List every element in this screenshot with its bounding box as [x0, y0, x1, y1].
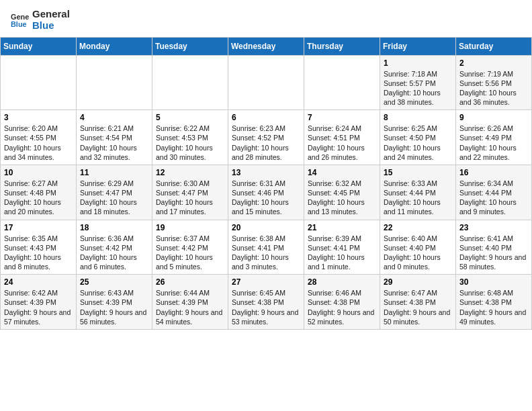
weekday-header-saturday: Saturday [456, 37, 532, 55]
calendar-cell: 17Sunrise: 6:35 AM Sunset: 4:43 PM Dayli… [1, 220, 77, 275]
page-header: General Blue General Blue [0, 0, 532, 37]
day-number: 6 [232, 113, 300, 122]
day-number: 18 [80, 223, 148, 232]
calendar-cell: 29Sunrise: 6:47 AM Sunset: 4:38 PM Dayli… [380, 275, 456, 330]
calendar-cell: 4Sunrise: 6:21 AM Sunset: 4:54 PM Daylig… [77, 110, 152, 165]
calendar-cell: 13Sunrise: 6:31 AM Sunset: 4:46 PM Dayli… [228, 165, 304, 220]
calendar-cell: 18Sunrise: 6:36 AM Sunset: 4:42 PM Dayli… [77, 220, 152, 275]
day-number: 5 [156, 113, 224, 122]
calendar-header: SundayMondayTuesdayWednesdayThursdayFrid… [1, 37, 532, 55]
weekday-header-thursday: Thursday [304, 37, 380, 55]
day-number: 7 [308, 113, 376, 122]
day-number: 21 [308, 223, 376, 232]
day-info: Sunrise: 7:19 AM Sunset: 5:56 PM Dayligh… [459, 69, 528, 107]
calendar-cell: 1Sunrise: 7:18 AM Sunset: 5:57 PM Daylig… [380, 55, 456, 110]
day-info: Sunrise: 7:18 AM Sunset: 5:57 PM Dayligh… [384, 69, 452, 107]
calendar-cell: 16Sunrise: 6:34 AM Sunset: 4:44 PM Dayli… [456, 165, 532, 220]
calendar-cell: 11Sunrise: 6:29 AM Sunset: 4:47 PM Dayli… [77, 165, 152, 220]
day-info: Sunrise: 6:45 AM Sunset: 4:38 PM Dayligh… [232, 288, 300, 326]
day-info: Sunrise: 6:25 AM Sunset: 4:50 PM Dayligh… [384, 124, 452, 162]
day-number: 4 [80, 113, 148, 122]
day-info: Sunrise: 6:47 AM Sunset: 4:38 PM Dayligh… [384, 288, 452, 326]
weekday-header-wednesday: Wednesday [228, 37, 304, 55]
day-number: 30 [459, 277, 528, 287]
calendar-cell: 2Sunrise: 7:19 AM Sunset: 5:56 PM Daylig… [456, 55, 532, 110]
day-number: 9 [459, 113, 528, 122]
day-number: 17 [4, 223, 73, 232]
calendar-cell: 26Sunrise: 6:44 AM Sunset: 4:39 PM Dayli… [152, 275, 228, 330]
day-info: Sunrise: 6:36 AM Sunset: 4:42 PM Dayligh… [80, 234, 148, 272]
calendar-cell: 20Sunrise: 6:38 AM Sunset: 4:41 PM Dayli… [228, 220, 304, 275]
calendar-cell: 24Sunrise: 6:42 AM Sunset: 4:39 PM Dayli… [1, 275, 77, 330]
day-number: 28 [308, 277, 376, 287]
day-info: Sunrise: 6:37 AM Sunset: 4:42 PM Dayligh… [156, 234, 224, 272]
weekday-header-tuesday: Tuesday [152, 37, 228, 55]
day-info: Sunrise: 6:29 AM Sunset: 4:47 PM Dayligh… [80, 179, 148, 217]
calendar-cell: 30Sunrise: 6:48 AM Sunset: 4:38 PM Dayli… [456, 275, 532, 330]
calendar-cell: 9Sunrise: 6:26 AM Sunset: 4:49 PM Daylig… [456, 110, 532, 165]
day-info: Sunrise: 6:20 AM Sunset: 4:55 PM Dayligh… [4, 124, 73, 162]
day-number: 24 [4, 277, 73, 287]
day-info: Sunrise: 6:43 AM Sunset: 4:39 PM Dayligh… [80, 288, 148, 326]
calendar-cell: 14Sunrise: 6:32 AM Sunset: 4:45 PM Dayli… [304, 165, 380, 220]
day-info: Sunrise: 6:44 AM Sunset: 4:39 PM Dayligh… [156, 288, 224, 326]
day-number: 11 [80, 168, 148, 177]
calendar-cell [1, 55, 77, 110]
calendar-week-4: 17Sunrise: 6:35 AM Sunset: 4:43 PM Dayli… [1, 220, 532, 275]
day-info: Sunrise: 6:39 AM Sunset: 4:41 PM Dayligh… [308, 234, 376, 272]
calendar-cell: 22Sunrise: 6:40 AM Sunset: 4:40 PM Dayli… [380, 220, 456, 275]
day-info: Sunrise: 6:30 AM Sunset: 4:47 PM Dayligh… [156, 179, 224, 217]
day-info: Sunrise: 6:41 AM Sunset: 4:40 PM Dayligh… [459, 234, 528, 272]
calendar-cell: 23Sunrise: 6:41 AM Sunset: 4:40 PM Dayli… [456, 220, 532, 275]
calendar-cell: 8Sunrise: 6:25 AM Sunset: 4:50 PM Daylig… [380, 110, 456, 165]
day-info: Sunrise: 6:27 AM Sunset: 4:48 PM Dayligh… [4, 179, 73, 217]
calendar-cell: 27Sunrise: 6:45 AM Sunset: 4:38 PM Dayli… [228, 275, 304, 330]
day-number: 16 [459, 168, 528, 177]
calendar-body: 1Sunrise: 7:18 AM Sunset: 5:57 PM Daylig… [1, 55, 532, 329]
calendar-week-5: 24Sunrise: 6:42 AM Sunset: 4:39 PM Dayli… [1, 275, 532, 330]
day-info: Sunrise: 6:48 AM Sunset: 4:38 PM Dayligh… [459, 288, 528, 326]
day-info: Sunrise: 6:26 AM Sunset: 4:49 PM Dayligh… [459, 124, 528, 162]
weekday-header-friday: Friday [380, 37, 456, 55]
calendar-cell: 15Sunrise: 6:33 AM Sunset: 4:44 PM Dayli… [380, 165, 456, 220]
calendar-cell: 28Sunrise: 6:46 AM Sunset: 4:38 PM Dayli… [304, 275, 380, 330]
calendar-cell: 6Sunrise: 6:23 AM Sunset: 4:52 PM Daylig… [228, 110, 304, 165]
calendar-week-3: 10Sunrise: 6:27 AM Sunset: 4:48 PM Dayli… [1, 165, 532, 220]
day-number: 8 [384, 113, 452, 122]
logo-icon: General Blue [11, 10, 30, 29]
calendar-cell: 12Sunrise: 6:30 AM Sunset: 4:47 PM Dayli… [152, 165, 228, 220]
svg-text:Blue: Blue [11, 20, 27, 28]
calendar-cell: 7Sunrise: 6:24 AM Sunset: 4:51 PM Daylig… [304, 110, 380, 165]
logo-blue: Blue [32, 19, 70, 31]
day-number: 20 [232, 223, 300, 232]
calendar-cell: 3Sunrise: 6:20 AM Sunset: 4:55 PM Daylig… [1, 110, 77, 165]
day-info: Sunrise: 6:35 AM Sunset: 4:43 PM Dayligh… [4, 234, 73, 272]
day-number: 10 [4, 168, 73, 177]
day-number: 13 [232, 168, 300, 177]
day-info: Sunrise: 6:38 AM Sunset: 4:41 PM Dayligh… [232, 234, 300, 272]
day-number: 14 [308, 168, 376, 177]
day-number: 26 [156, 277, 224, 287]
day-number: 2 [459, 58, 528, 68]
calendar-cell: 25Sunrise: 6:43 AM Sunset: 4:39 PM Dayli… [77, 275, 152, 330]
day-number: 15 [384, 168, 452, 177]
day-number: 22 [384, 223, 452, 232]
calendar-week-2: 3Sunrise: 6:20 AM Sunset: 4:55 PM Daylig… [1, 110, 532, 165]
day-info: Sunrise: 6:32 AM Sunset: 4:45 PM Dayligh… [308, 179, 376, 217]
calendar-week-1: 1Sunrise: 7:18 AM Sunset: 5:57 PM Daylig… [1, 55, 532, 110]
day-info: Sunrise: 6:21 AM Sunset: 4:54 PM Dayligh… [80, 124, 148, 162]
day-number: 19 [156, 223, 224, 232]
calendar-cell: 5Sunrise: 6:22 AM Sunset: 4:53 PM Daylig… [152, 110, 228, 165]
calendar-cell [228, 55, 304, 110]
day-number: 25 [80, 277, 148, 287]
weekday-header-row: SundayMondayTuesdayWednesdayThursdayFrid… [1, 37, 532, 55]
day-info: Sunrise: 6:46 AM Sunset: 4:38 PM Dayligh… [308, 288, 376, 326]
day-number: 1 [384, 58, 452, 68]
day-number: 27 [232, 277, 300, 287]
calendar-cell: 21Sunrise: 6:39 AM Sunset: 4:41 PM Dayli… [304, 220, 380, 275]
day-info: Sunrise: 6:33 AM Sunset: 4:44 PM Dayligh… [384, 179, 452, 217]
calendar-cell: 10Sunrise: 6:27 AM Sunset: 4:48 PM Dayli… [1, 165, 77, 220]
calendar-cell [304, 55, 380, 110]
day-info: Sunrise: 6:24 AM Sunset: 4:51 PM Dayligh… [308, 124, 376, 162]
calendar-cell [77, 55, 152, 110]
